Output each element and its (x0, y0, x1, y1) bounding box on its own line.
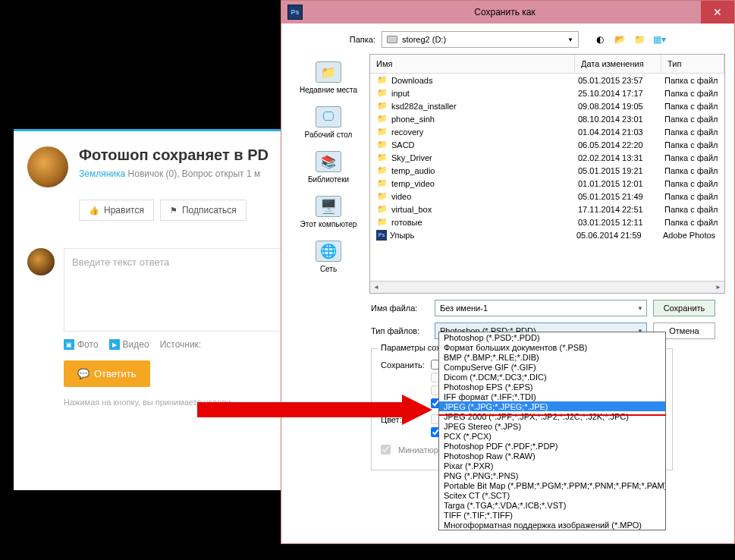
photoshop-icon: Ps (287, 5, 303, 20)
folder-icon: 📁 (376, 114, 388, 124)
filename-input[interactable]: Без имени-1▼ (435, 300, 647, 316)
file-list: Имя Дата изменения Тип 📁Downloads05.01.2… (369, 54, 725, 294)
close-button[interactable]: ✕ (701, 1, 734, 24)
filetype-option[interactable]: PNG (*.PNG;*.PNS) (439, 470, 665, 480)
psd-file-icon: Ps (376, 230, 387, 241)
place-computer[interactable]: Этот компьютер (294, 191, 363, 233)
up-icon[interactable]: 📂 (612, 32, 627, 47)
forum-page: Фотошоп сохраняет в PD Земляника Новичок… (14, 129, 317, 490)
col-type[interactable]: Тип (661, 55, 724, 73)
folder-icon: 📁 (376, 140, 388, 149)
question-meta: Земляника Новичок (0), Вопрос открыт 1 м (79, 168, 269, 179)
filetype-option[interactable]: JPEG Stereo (*.JPS) (439, 421, 665, 431)
filetype-option[interactable]: BMP (*.BMP;*.RLE;*.DIB) (439, 352, 665, 362)
file-row[interactable]: 📁virtual_box17.11.2014 22:51Папка с файл (370, 203, 724, 216)
scroll-right-icon: ► (712, 284, 724, 291)
filetype-option[interactable]: CompuServe GIF (*.GIF) (439, 362, 665, 372)
source-label: Источник: (160, 339, 202, 350)
opt-thumb-checkbox (381, 445, 391, 455)
file-row[interactable]: 📁SACD06.05.2014 22:20Папка с файл (370, 138, 724, 151)
chevron-down-icon: ▼ (637, 305, 643, 312)
place-network[interactable]: Сеть (294, 236, 363, 278)
answer-textarea[interactable]: Введите текст ответа (64, 248, 303, 332)
folder-icon: 📁 (376, 217, 388, 227)
folder-icon: 📁 (376, 88, 388, 98)
filetype-option[interactable]: Photoshop Raw (*.RAW) (439, 451, 665, 461)
titlebar: Ps Сохранить как ✕ (281, 1, 734, 24)
places-bar: Недавние места Рабочий стол Библиотеки Э… (291, 54, 366, 294)
filetype-option[interactable]: Многоформатная поддержка изображений (*.… (439, 520, 665, 530)
filetype-dropdown-list[interactable]: Photoshop (*.PSD;*.PDD)Формат больших до… (438, 332, 666, 530)
avatar (27, 146, 68, 187)
filetype-option[interactable]: Scitex CT (*.SCT) (439, 490, 665, 500)
folder-icon: 📁 (376, 191, 388, 201)
flag-icon: ⚑ (170, 206, 177, 216)
annotation-underline (438, 414, 666, 416)
folder-icon: 📁 (376, 204, 388, 214)
file-row[interactable]: 📁video05.01.2015 21:49Папка с файл (370, 190, 724, 203)
author-link[interactable]: Земляника (79, 168, 125, 179)
filetype-option[interactable]: Pixar (*.PXR) (439, 461, 665, 470)
view-menu-icon[interactable]: ▦▾ (652, 32, 667, 47)
filetype-option[interactable]: PCX (*.PCX) (439, 431, 665, 441)
attach-photo[interactable]: ▣Фото (64, 339, 99, 350)
filetype-option[interactable]: Photoshop PDF (*.PDF;*.PDP) (439, 441, 665, 451)
place-recent[interactable]: Недавние места (294, 57, 363, 99)
dialog-title: Сохранить как (309, 7, 701, 17)
drive-icon (387, 36, 397, 43)
folder-icon: 📁 (376, 127, 388, 137)
opt-save-label: Сохранить: (381, 360, 426, 370)
file-row[interactable]: PsУпырь05.06.2014 21:59Adobe Photos (370, 228, 724, 241)
new-folder-icon[interactable]: 📁 (632, 32, 647, 47)
speech-icon: 💬 (77, 368, 90, 379)
file-row[interactable]: 📁Sky_Driver02.02.2014 13:31Папка с файл (370, 151, 724, 164)
filetype-option[interactable]: JPEG 2000 (*.JPF;*.JPX;*.JP2;*.J2C;*.J2K… (439, 411, 665, 421)
filetype-option[interactable]: Photoshop EPS (*.EPS) (439, 382, 665, 392)
thumbs-up-icon: 👍 (89, 206, 99, 216)
folder-icon: 📁 (376, 153, 388, 162)
folder-icon: 📁 (376, 75, 388, 85)
folder-select[interactable]: storeg2 (D:) ▼ (382, 31, 579, 48)
like-button[interactable]: 👍Нравится (79, 200, 154, 221)
filetype-option[interactable]: Dicom (*.DCM;*.DC3;*.DIC) (439, 372, 665, 382)
file-row[interactable]: 📁temp_audio05.01.2015 19:21Папка с файл (370, 164, 724, 177)
place-desktop[interactable]: Рабочий стол (294, 102, 363, 143)
col-date[interactable]: Дата изменения (575, 55, 661, 73)
file-row[interactable]: 📁phone_sinh08.10.2014 23:01Папка с файл (370, 112, 724, 125)
folder-icon: 📁 (376, 165, 388, 175)
filename-label: Имя файла: (371, 304, 429, 313)
file-row[interactable]: 📁ksd282a_installer09.08.2014 19:05Папка … (370, 99, 724, 112)
filetype-option[interactable]: Формат больших документов (*.PSB) (439, 342, 665, 352)
filetype-option[interactable]: IFF формат (*.IFF;*.TDI) (439, 392, 665, 401)
filetype-option[interactable]: JPEG (*.JPG;*.JPEG;*.JPE) (439, 401, 665, 411)
user-avatar (27, 248, 55, 275)
file-row[interactable]: 📁готовые03.01.2015 12:11Папка с файл (370, 216, 724, 228)
folder-icon: 📁 (376, 178, 388, 188)
question-title: Фотошоп сохраняет в PD (79, 146, 269, 164)
attach-video[interactable]: ▶Видео (109, 339, 149, 350)
subscribe-button[interactable]: ⚑Подписаться (160, 200, 247, 221)
video-icon: ▶ (109, 339, 120, 350)
file-row[interactable]: 📁Downloads05.01.2015 23:57Папка с файл (370, 74, 724, 87)
file-row[interactable]: 📁recovery01.04.2014 21:03Папка с файл (370, 125, 724, 138)
filetype-option[interactable]: Portable Bit Map (*.PBM;*.PGM;*.PPM;*.PN… (439, 480, 665, 490)
save-button[interactable]: Сохранить (653, 300, 715, 316)
file-row[interactable]: 📁temp_video01.01.2015 12:01Папка с файл (370, 177, 724, 190)
annotation-arrow (197, 395, 440, 425)
scroll-left-icon: ◄ (370, 284, 382, 291)
col-name[interactable]: Имя (370, 55, 575, 73)
filetype-label: Тип файлов: (371, 326, 429, 335)
folder-label: Папка: (344, 35, 375, 44)
filetype-option[interactable]: Targa (*.TGA;*.VDA;*.ICB;*.VST) (439, 500, 665, 510)
file-row[interactable]: 📁input25.10.2014 17:17Папка с файл (370, 87, 724, 99)
reply-button[interactable]: 💬Ответить (64, 360, 150, 387)
place-libraries[interactable]: Библиотеки (294, 146, 363, 188)
back-icon[interactable]: ◐ (592, 32, 608, 47)
photo-icon: ▣ (64, 339, 74, 350)
filetype-option[interactable]: TIFF (*.TIF;*.TIFF) (439, 510, 665, 520)
chevron-down-icon: ▼ (567, 36, 573, 43)
filetype-option[interactable]: Photoshop (*.PSD;*.PDD) (439, 332, 665, 342)
horizontal-scrollbar[interactable]: ◄► (370, 281, 724, 293)
folder-icon: 📁 (376, 101, 388, 111)
